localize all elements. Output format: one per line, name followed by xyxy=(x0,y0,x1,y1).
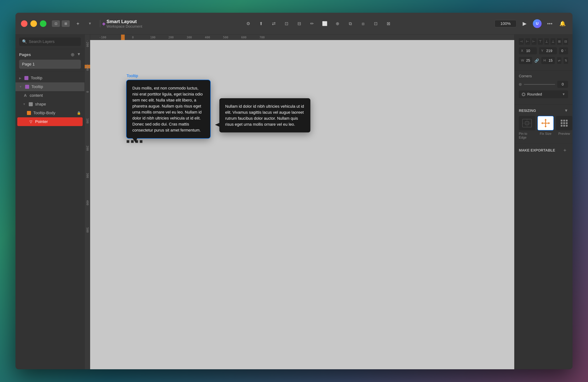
align-left-btn[interactable]: ⊣ xyxy=(519,38,524,45)
grid-view-btn[interactable]: ⊞ xyxy=(62,20,70,27)
align-center-h-btn[interactable]: ⊢ xyxy=(525,38,530,45)
copy-icon[interactable]: ⧉ xyxy=(346,20,355,28)
selection-handles xyxy=(126,140,210,143)
sidebar-item-tooltip-1[interactable]: ▶ Tooltip xyxy=(16,74,84,82)
layer-label-tooltip-body: Tooltip-Body xyxy=(33,111,55,115)
wh-row: W 25 🔗 H 15 ⇄ ⇅ xyxy=(519,57,568,64)
layer-label-tooltip-2: Tooltip xyxy=(31,84,43,89)
preview-btn[interactable] xyxy=(556,116,572,130)
shape-icon[interactable]: ⬜ xyxy=(320,20,329,28)
layers-list: ▶ Tooltip ▼ Tooltip A co xyxy=(16,72,84,369)
component-icon-1 xyxy=(24,76,29,80)
layer-view-btn[interactable]: ⊡ xyxy=(52,20,60,27)
corner-dot xyxy=(519,83,522,86)
link-icon[interactable]: ⊠ xyxy=(384,20,393,28)
minimize-button[interactable] xyxy=(30,20,37,27)
arrange-icon[interactable]: ⊕ xyxy=(333,20,342,28)
distribute-h-btn[interactable]: ⊞ xyxy=(557,38,562,45)
corners-slider[interactable] xyxy=(524,84,555,85)
align-bottom-btn[interactable]: ⊥ xyxy=(550,38,555,45)
tooltip-1[interactable]: Duis mollis, est non commodo luctus, nis… xyxy=(126,80,210,138)
y-value: 219 xyxy=(546,49,555,53)
collapse-arrow-1: ▶ xyxy=(19,76,21,80)
rotation-field[interactable]: 0 ° xyxy=(559,47,568,54)
ruler-mark-v--100: -100 xyxy=(86,64,89,71)
h-field[interactable]: H 15 xyxy=(541,57,555,64)
search-input[interactable] xyxy=(29,39,79,44)
pen-icon[interactable]: ✏ xyxy=(308,20,316,28)
make-exportable-section: MAKE EXPORTABLE + xyxy=(514,143,572,157)
ruler-vertical: -200 -100 0 100 200 300 400 500 xyxy=(85,35,90,369)
add-page-btn[interactable]: ⊕ xyxy=(71,52,75,58)
view-switcher: ⊡ ⊞ xyxy=(52,20,70,27)
flip-h-btn[interactable]: ⇄ xyxy=(557,57,562,64)
preview-option: Preview xyxy=(556,116,572,140)
close-button[interactable] xyxy=(21,20,27,27)
x-field[interactable]: X 10 xyxy=(519,47,537,54)
more-options-btn[interactable]: ••• xyxy=(545,20,554,28)
fix-size-label: Fix Size xyxy=(540,132,551,136)
resizing-collapse-btn[interactable]: ▼ xyxy=(564,108,568,113)
page-item[interactable]: Page 1 xyxy=(19,60,81,69)
transfer-icon[interactable]: ⇄ xyxy=(269,20,278,28)
search-input-wrapper: 🔍 xyxy=(19,38,81,46)
layer-label-content: content xyxy=(30,93,43,98)
maximize-button[interactable] xyxy=(40,20,46,27)
zoom-display[interactable]: 100% xyxy=(495,20,516,27)
tooltip-1-pointer xyxy=(132,138,137,143)
crop-icon[interactable]: ⊡ xyxy=(282,20,291,28)
w-label: W xyxy=(521,59,525,62)
sidebar-item-shape[interactable]: ▼ shape xyxy=(16,100,84,109)
align-top-btn[interactable]: ⊤ xyxy=(538,38,543,45)
w-field[interactable]: W 25 xyxy=(519,57,532,64)
resizing-label: RESIZING xyxy=(519,109,536,113)
align-right-btn[interactable]: ⊢ xyxy=(532,38,536,45)
h-value: 15 xyxy=(548,58,552,62)
tooltip-1-text: Duis mollis, est non commodo luctus, nis… xyxy=(132,86,203,132)
x-value: 10 xyxy=(526,49,535,53)
align-center-v-btn[interactable]: ⊥ xyxy=(544,38,549,45)
sidebar-item-tooltip-body[interactable]: Tooltip-Body 🔒 xyxy=(16,109,84,117)
add-dropdown[interactable]: ▼ xyxy=(85,20,94,28)
corners-slider-wrapper: 0 xyxy=(519,81,568,88)
alignment-section: ⊣ ⊢ ⊢ ⊤ ⊥ ⊥ ⊞ ⊟ X 10 Y xyxy=(514,35,572,70)
pages-collapse-btn[interactable]: ▼ xyxy=(77,52,81,58)
canvas-work-area[interactable]: Tooltip Duis mollis, est non commodo luc… xyxy=(90,40,514,369)
sidebar-item-tooltip-2[interactable]: ▼ Tooltip xyxy=(16,82,84,91)
more-icon[interactable]: ⊡ xyxy=(371,20,380,28)
upload-icon[interactable]: ⬆ xyxy=(256,20,266,28)
corners-value[interactable]: 0 xyxy=(557,81,568,88)
add-export-btn[interactable]: + xyxy=(562,147,568,154)
fix-size-btn[interactable] xyxy=(537,116,554,130)
tooltip-2-container[interactable]: Nullam id dolor id nibh ultricies vehicu… xyxy=(219,98,310,132)
ruler-mark-500: 500 xyxy=(223,36,228,39)
canvas-area[interactable]: -100 0 100 200 300 400 500 600 700 -200 … xyxy=(85,35,514,369)
settings-icon[interactable]: ⚙ xyxy=(244,20,253,28)
tooltip-2[interactable]: Nullam id dolor id nibh ultricies vehicu… xyxy=(219,98,310,132)
notifications-btn[interactable]: 🔔 xyxy=(558,20,567,28)
link-proportions-btn[interactable]: 🔗 xyxy=(534,58,539,63)
ruler-mark-300: 300 xyxy=(187,36,192,39)
sidebar-item-pointer[interactable]: ▽ Pointer xyxy=(17,117,83,126)
pin-to-edge-icon xyxy=(522,118,532,128)
collapse-arrow-2: ▼ xyxy=(19,85,22,88)
y-field[interactable]: Y 219 xyxy=(539,47,557,54)
ruler-mark-v--200: -200 xyxy=(86,40,89,47)
distribute-v-btn[interactable]: ⊟ xyxy=(563,38,568,45)
ruler-mark-v-300: 300 xyxy=(86,173,89,178)
paste-icon[interactable]: ⧈ xyxy=(358,20,368,28)
play-button[interactable]: ▶ xyxy=(520,20,529,28)
corners-section: Corners 0 Rounded ▼ xyxy=(514,70,572,105)
sidebar-item-content[interactable]: A content xyxy=(16,91,84,100)
preview-icon xyxy=(561,120,567,127)
pin-to-edge-btn[interactable] xyxy=(519,116,535,130)
corner-type-select[interactable]: Rounded ▼ xyxy=(519,90,568,98)
flip-v-btn[interactable]: ⇅ xyxy=(564,57,568,64)
tooltip-1-container[interactable]: Tooltip Duis mollis, est non commodo luc… xyxy=(126,80,210,143)
x-label: X xyxy=(521,49,525,53)
ruler-mark-v-400: 400 xyxy=(86,200,89,205)
add-button[interactable]: + xyxy=(73,20,83,28)
layer-label-pointer: Pointer xyxy=(35,119,48,124)
frame-icon[interactable]: ⊟ xyxy=(295,20,304,28)
app-title: Smart Layout xyxy=(106,19,142,24)
